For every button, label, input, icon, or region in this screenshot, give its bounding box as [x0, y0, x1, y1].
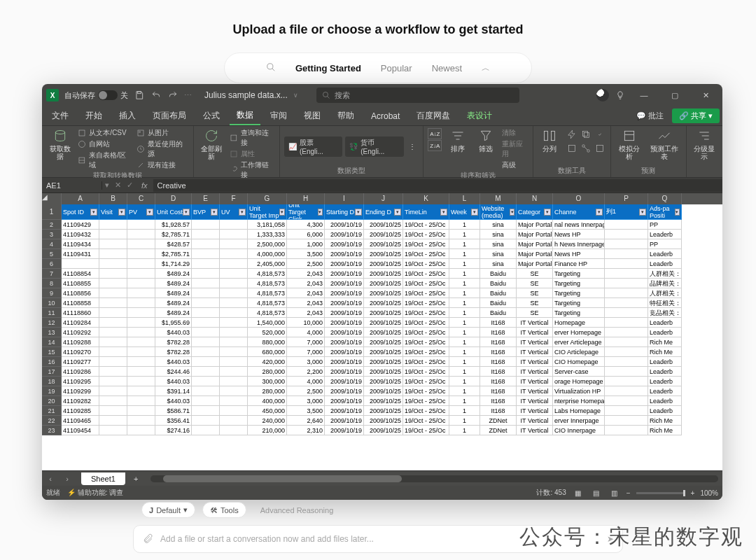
quicknav-getting-started[interactable]: Getting Started — [295, 63, 361, 74]
row-number[interactable]: 5 — [42, 249, 62, 259]
cell[interactable]: 4,818,573 — [248, 298, 287, 308]
cell[interactable]: 19/Oct - 25/Oc — [403, 269, 449, 279]
cell[interactable] — [220, 347, 248, 357]
col-header[interactable]: A — [62, 193, 99, 204]
cell[interactable]: CIO Innerpage — [553, 426, 605, 435]
cell[interactable]: 41109454 — [62, 426, 99, 435]
cell[interactable]: 41109465 — [62, 416, 99, 426]
text-to-columns-button[interactable]: 分列 — [538, 128, 561, 153]
cell[interactable]: 2009/10/25 — [364, 396, 403, 406]
cell[interactable]: 2009/10/19 — [325, 337, 364, 347]
cell[interactable] — [192, 288, 220, 298]
table-row[interactable]: 941108856$489.244,818,5732,0432009/10/19… — [42, 288, 722, 298]
cell[interactable]: SE — [517, 288, 553, 298]
cell[interactable] — [605, 406, 648, 416]
cell[interactable] — [99, 377, 127, 386]
cell[interactable] — [127, 377, 155, 386]
cell[interactable]: Baidu — [480, 269, 517, 279]
sheet-prev-icon[interactable]: ‹ — [42, 475, 59, 483]
cell[interactable] — [192, 239, 220, 249]
name-box[interactable]: AE1 — [42, 181, 102, 190]
cell[interactable]: 1 — [449, 308, 480, 318]
avatar-icon[interactable] — [596, 89, 609, 102]
table-row[interactable]: 1941109299$391.14280,0002,5002009/10/192… — [42, 386, 722, 396]
cell[interactable]: erver Innerpage — [553, 416, 605, 426]
cell[interactable]: sina — [480, 249, 517, 259]
cell[interactable]: 2009/10/25 — [364, 416, 403, 426]
cell[interactable]: 2009/10/25 — [364, 259, 403, 269]
cell[interactable] — [192, 347, 220, 357]
cell[interactable]: 1 — [449, 288, 480, 298]
from-table[interactable]: 来自表格/区域 — [78, 150, 132, 170]
cell[interactable]: IT Vertical — [517, 396, 553, 406]
cell[interactable]: 1 — [449, 406, 480, 416]
cell[interactable]: 2009/10/25 — [364, 220, 403, 230]
row-number[interactable]: 7 — [42, 269, 62, 279]
cell[interactable]: PP — [648, 239, 682, 249]
cell[interactable]: 特征相关：关注 — [648, 298, 682, 308]
cell[interactable] — [605, 279, 648, 288]
cell[interactable]: Rich Me — [648, 416, 682, 426]
cell[interactable]: 300,000 — [248, 377, 287, 386]
cell[interactable]: 2009/10/19 — [325, 406, 364, 416]
col-header[interactable]: D — [155, 193, 192, 204]
cell[interactable]: 41109270 — [62, 347, 99, 357]
cell[interactable] — [99, 308, 127, 318]
cell[interactable]: 19/Oct - 25/Oc — [403, 249, 449, 259]
table-header-cell[interactable]: UV▾ — [220, 204, 248, 220]
sort-button[interactable]: 排序 — [446, 128, 470, 153]
cell[interactable] — [605, 347, 648, 357]
cell[interactable] — [99, 279, 127, 288]
cell[interactable]: 1 — [449, 230, 480, 239]
cell[interactable] — [605, 416, 648, 426]
table-row[interactable]: 1441109288$782.28880,0007,0002009/10/192… — [42, 337, 722, 347]
cell[interactable]: 19/Oct - 25/Oc — [403, 230, 449, 239]
redo-icon[interactable] — [167, 90, 178, 101]
sheet-tab[interactable]: Sheet1 — [81, 472, 125, 485]
col-header[interactable]: K — [403, 193, 449, 204]
cell[interactable]: h News Innerpage — [553, 239, 605, 249]
cell[interactable]: 2,640 — [287, 416, 325, 426]
zoom-out-icon[interactable]: − — [626, 489, 631, 497]
table-row[interactable]: 2041109282$440.03400,0003,0002009/10/192… — [42, 396, 722, 406]
cell[interactable]: Finance HP — [553, 259, 605, 269]
cell[interactable]: It168 — [480, 328, 517, 337]
cell[interactable]: Leaderb — [648, 357, 682, 367]
tab-file[interactable]: 文件 — [45, 107, 76, 125]
cell[interactable] — [192, 220, 220, 230]
cell[interactable]: 2,310 — [287, 426, 325, 435]
cell[interactable] — [127, 239, 155, 249]
cell[interactable]: 2009/10/25 — [364, 406, 403, 416]
cell[interactable] — [99, 367, 127, 377]
cell[interactable]: 1 — [449, 318, 480, 328]
cell[interactable] — [127, 328, 155, 337]
data-validation-icon[interactable] — [594, 128, 606, 141]
submit-icon[interactable]: ➤ — [607, 534, 614, 544]
cell[interactable] — [127, 230, 155, 239]
cell[interactable]: Major Portal — [517, 230, 553, 239]
cell[interactable]: 1 — [449, 269, 480, 279]
cell[interactable] — [192, 230, 220, 239]
cell[interactable]: $356.41 — [155, 416, 192, 426]
cell[interactable]: 2,200 — [287, 367, 325, 377]
col-header[interactable]: B — [99, 193, 127, 204]
table-header-cell[interactable]: Visit▾ — [99, 204, 127, 220]
cell[interactable]: 41109282 — [62, 396, 99, 406]
cell[interactable]: 1,540,000 — [248, 318, 287, 328]
cell[interactable] — [127, 347, 155, 357]
col-header[interactable]: N — [517, 193, 553, 204]
select-all-corner[interactable]: ◢ — [42, 193, 62, 204]
cell[interactable] — [99, 298, 127, 308]
cell[interactable] — [99, 337, 127, 347]
cell[interactable]: 41109286 — [62, 367, 99, 377]
cell[interactable]: 19/Oct - 25/Oc — [403, 386, 449, 396]
cell[interactable]: IT Vertical — [517, 337, 553, 347]
table-header-cell[interactable]: Unit Target Imp▾ — [248, 204, 287, 220]
cell[interactable]: IT Vertical — [517, 386, 553, 396]
cell[interactable]: 1 — [449, 377, 480, 386]
properties[interactable]: 属性 — [230, 149, 275, 159]
table-header-cell[interactable]: PV▾ — [127, 204, 155, 220]
cell[interactable]: 2009/10/25 — [364, 239, 403, 249]
attach-icon[interactable] — [142, 533, 153, 545]
cell[interactable]: Leaderb — [648, 396, 682, 406]
